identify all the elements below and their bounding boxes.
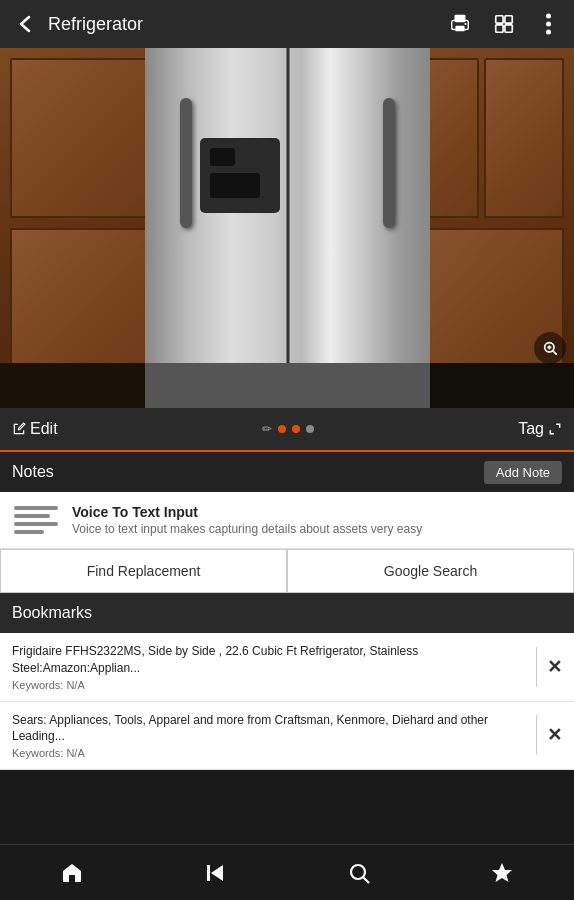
svg-point-18 [351,865,365,879]
svg-marker-15 [18,423,24,429]
svg-rect-7 [505,25,512,32]
voice-line-1 [14,506,58,510]
voice-to-text-item: Voice To Text Input Voice to text input … [0,492,574,549]
back-nav-button[interactable] [190,848,240,898]
svg-rect-17 [207,865,210,881]
voice-line-3 [14,522,58,526]
svg-point-3 [464,23,466,25]
bookmark-item-2: Sears: Appliances, Tools, Apparel and mo… [0,702,574,771]
bookmark-close-1[interactable]: ✕ [547,656,562,678]
dot-indicators: ✏ [262,422,314,436]
dot-2 [292,425,300,433]
bookmark-main-2: Sears: Appliances, Tools, Apparel and mo… [12,712,526,746]
home-nav-button[interactable] [47,848,97,898]
bookmarks-header: Bookmarks [0,593,574,633]
voice-text: Voice To Text Input Voice to text input … [72,504,562,536]
zoom-button[interactable] [534,332,566,364]
edit-label: Edit [30,420,58,438]
svg-point-8 [546,14,551,19]
star-nav-button[interactable] [477,848,527,898]
tag-button[interactable]: Tag [518,420,562,438]
pencil-icon: ✏ [262,422,272,436]
back-button[interactable] [8,6,44,42]
bookmark-keywords-2: Keywords: N/A [12,747,526,759]
more-options-icon[interactable] [530,6,566,42]
action-buttons: Find Replacement Google Search [0,549,574,593]
bookmark-close-2[interactable]: ✕ [547,724,562,746]
voice-lines [14,506,58,534]
tag-label: Tag [518,420,544,438]
svg-marker-20 [492,863,512,882]
bookmark-text-2: Sears: Appliances, Tools, Apparel and mo… [12,712,526,760]
svg-line-12 [553,351,557,355]
list-view-icon[interactable] [486,6,522,42]
voice-text-title: Voice To Text Input [72,504,562,520]
bookmark-divider-2 [536,715,537,755]
bottom-nav [0,844,574,900]
svg-rect-5 [505,16,512,23]
voice-line-4 [14,530,44,534]
find-replacement-button[interactable]: Find Replacement [0,549,287,593]
page-title: Refrigerator [48,14,442,35]
fridge-scene [0,48,574,408]
svg-point-10 [546,30,551,35]
print-icon[interactable] [442,6,478,42]
bookmark-text-1: Frigidaire FFHS2322MS, Side by Side , 22… [12,643,526,691]
voice-text-desc: Voice to text input makes capturing deta… [72,522,562,536]
svg-rect-2 [455,26,464,32]
voice-line-2 [14,514,50,518]
svg-marker-16 [211,865,223,881]
add-note-button[interactable]: Add Note [484,461,562,484]
dot-3 [306,425,314,433]
svg-rect-0 [455,15,466,22]
notes-header: Notes Add Note [0,452,574,492]
top-bar-icons [442,6,566,42]
svg-rect-6 [496,25,503,32]
top-bar: Refrigerator [0,0,574,48]
edit-tag-bar: Edit ✏ Tag [0,408,574,452]
item-image [0,48,574,408]
bookmark-keywords-1: Keywords: N/A [12,679,526,691]
search-nav-button[interactable] [334,848,384,898]
bookmark-divider-1 [536,647,537,687]
bookmark-item-1: Frigidaire FFHS2322MS, Side by Side , 22… [0,633,574,702]
google-search-button[interactable]: Google Search [287,549,574,593]
voice-icon [12,502,60,538]
svg-point-9 [546,22,551,27]
dot-1 [278,425,286,433]
bookmarks-title: Bookmarks [12,604,92,622]
edit-button[interactable]: Edit [12,420,58,438]
bookmark-main-1: Frigidaire FFHS2322MS, Side by Side , 22… [12,643,526,677]
svg-rect-4 [496,16,503,23]
svg-line-19 [363,877,369,883]
notes-title: Notes [12,463,54,481]
